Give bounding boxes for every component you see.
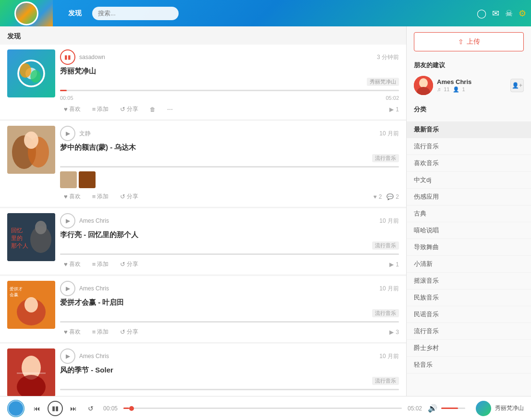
category-item-4[interactable]: 伤感应用 [407,189,531,205]
player-bar: ⏮ ▮▮ ⏭ ↺ 00:05 05:02 🔊 秀丽梵净山 [0,396,531,420]
user-name-3: Ames Chris [79,217,109,224]
progress-bar-5[interactable] [60,389,399,390]
category-item-9[interactable]: 摇滚音乐 [407,273,531,289]
heart-count-icon: ♥ [374,193,377,200]
song-thumbnail-1 [7,49,55,97]
refresh-button[interactable]: ↺ [84,402,97,415]
song-tag-3: 流行音乐 [372,241,399,250]
fans-count: 11 [444,86,449,93]
content-area: 发现 ▮▮ [0,26,406,396]
category-item-6[interactable]: 嘻哈说唱 [407,222,531,239]
category-item-7[interactable]: 导致舞曲 [407,239,531,256]
like-btn-1[interactable]: ♥喜欢 [60,104,84,115]
card-body-4: ▶ Ames Chris 10 月前 爱拼才会赢 - 叶启田 流行音乐 ♥喜欢 … [60,281,399,337]
category-item-14[interactable]: 轻音乐 [407,357,531,373]
category-list: 最新音乐 流行音乐 喜欢音乐 中文dj 伤感应用 古典 嘻哈说唱 导致舞曲 小清… [407,121,531,373]
category-item-12[interactable]: 流行音乐 [407,323,531,340]
play-button-5[interactable]: ▶ [60,348,75,364]
category-item-3[interactable]: 中文dj [407,172,531,189]
share-btn-3[interactable]: ↺分享 [116,259,142,270]
topbar: 发现 ◯ ✉ ☠ ⚙ [0,0,531,26]
prev-button[interactable]: ⏮ [30,402,44,415]
like-btn-3[interactable]: ♥喜欢 [60,259,84,270]
volume-bar[interactable] [441,408,465,409]
speed-icon[interactable]: ⚙ [519,8,526,19]
like-btn-4[interactable]: ♥喜欢 [60,326,84,337]
category-item-1[interactable]: 流行音乐 [407,138,531,155]
share-icon-3: ↺ [120,261,125,268]
card-body-2: ▶ 文静 10 月前 梦中的额吉(蒙) - 乌达木 流行音乐 [60,126,399,202]
player-progress-bar[interactable] [123,408,402,409]
pause-button-1[interactable]: ▮▮ [60,49,75,65]
friend-card: Ames Chris ♬ 11 👤 1 👤+ [414,73,524,97]
add-btn-1[interactable]: ≡添加 [88,104,113,115]
category-item-13[interactable]: 爵士乡村 [407,340,531,357]
current-time-1: 00:05 [60,95,73,101]
time-ago-5: 10 月前 [379,352,399,360]
small-thumb-b [79,171,96,188]
card-body-3: ▶ Ames Chris 10 月前 李行亮 - 回忆里的那个人 流行音乐 ♥喜… [60,213,399,270]
add-btn-3[interactable]: ≡添加 [88,259,113,270]
svg-point-3 [30,70,41,83]
category-item-10[interactable]: 民族音乐 [407,289,531,306]
thumb-img-5 [7,348,55,396]
progress-bar-1[interactable] [60,90,399,91]
progress-bar-3[interactable] [60,253,399,255]
next-button[interactable]: ⏭ [67,402,80,415]
share-btn-1[interactable]: ↺分享 [116,104,142,115]
fans-icon: ♬ [437,86,441,93]
logo [0,0,53,26]
sidebar: ⇧ 上传 朋友的建议 Ames Chris ♬ 11 [406,26,531,396]
song-title-2: 梦中的额吉(蒙) - 乌达木 [60,143,399,152]
play-count-3: ▶ 1 [389,261,399,268]
delete-btn-1[interactable]: 🗑 [146,105,159,114]
add-btn-4[interactable]: ≡添加 [88,326,113,337]
share-btn-4[interactable]: ↺分享 [116,326,142,337]
player-current-time: 00:05 [103,405,118,412]
more-btn-1[interactable]: ⋯ [163,105,177,114]
thumb-img-3: 回忆 里的 那个人 [7,213,55,261]
share-btn-2[interactable]: ↺分享 [116,191,142,202]
friend-follow-button[interactable]: 👤+ [510,79,524,92]
svg-point-24 [419,78,428,88]
heart-icon-2: ♥ [64,193,68,200]
time-ago-3: 10 月前 [379,217,399,225]
song-card-2: ▶ 文静 10 月前 梦中的额吉(蒙) - 乌达木 流行音乐 [0,121,406,207]
progress-bar-2[interactable] [60,166,399,168]
upload-button[interactable]: ⇧ 上传 [414,32,524,51]
svg-point-13 [35,221,47,234]
category-item-11[interactable]: 民谣音乐 [407,306,531,323]
globe-icon[interactable]: ☠ [505,8,513,19]
play-icon-sm-4: ▶ [389,329,394,336]
play-count-4: ▶ 3 [389,329,399,336]
play-button-3[interactable]: ▶ [60,213,75,228]
plus-icon: ≡ [92,106,96,113]
progress-fill-1 [60,90,67,91]
account-icon[interactable]: ◯ [477,8,486,19]
discover-nav[interactable]: 发现 [62,6,87,21]
song-thumbnail-4: 爱拼才 会赢 [7,281,55,329]
like-btn-2[interactable]: ♥喜欢 [60,191,84,202]
category-item-2[interactable]: 喜欢音乐 [407,155,531,172]
search-input[interactable] [92,7,179,20]
progress-bar-4[interactable] [60,321,399,323]
player-song-area: 秀丽梵净山 [476,401,524,416]
add-btn-2[interactable]: ≡添加 [88,191,113,202]
category-item-5[interactable]: 古典 [407,205,531,222]
play-button-4[interactable]: ▶ [60,281,75,296]
time-ago-2: 10 月前 [379,130,399,138]
mail-icon[interactable]: ✉ [492,8,499,19]
comment-icon: 💬 [386,193,394,200]
volume-icon[interactable]: 🔊 [428,404,437,413]
player-right: 🔊 [428,404,465,413]
play-button-2[interactable]: ▶ [60,126,75,141]
category-item-0[interactable]: 最新音乐 [407,121,531,138]
main-layout: 发现 ▮▮ [0,26,531,396]
song-thumbnail-3: 回忆 里的 那个人 [7,213,55,261]
action-row-3: ♥喜欢 ≡添加 ↺分享 ▶ 1 [60,259,399,270]
small-thumb-a [60,171,77,188]
category-item-8[interactable]: 小清新 [407,256,531,273]
player-pause-button[interactable]: ▮▮ [48,401,63,416]
svg-text:那个人: 那个人 [11,242,28,249]
song-card-3: 回忆 里的 那个人 ▶ Ames Chris [0,208,406,275]
